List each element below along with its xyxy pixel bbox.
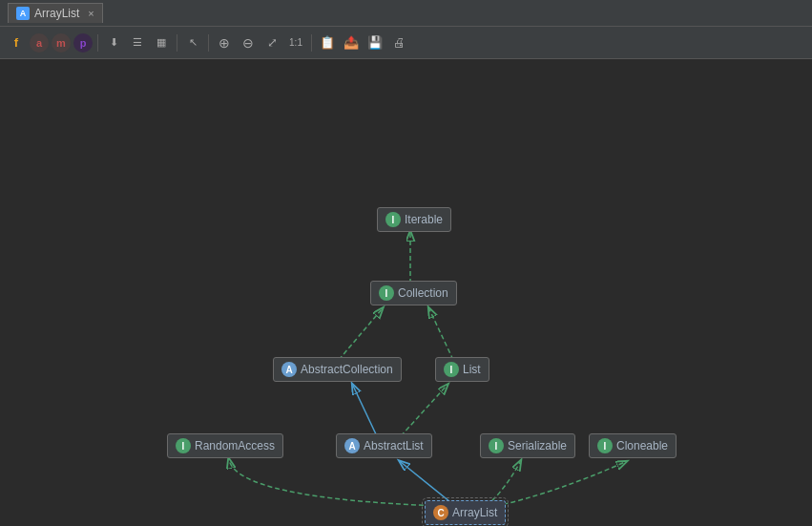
sep4 (311, 34, 312, 52)
abstractlist-node[interactable]: A AbstractList (336, 433, 432, 458)
svg-line-2 (429, 309, 453, 360)
f-btn[interactable]: f (6, 32, 27, 53)
list-badge: I (444, 362, 459, 377)
filter1-btn[interactable]: ⬇ (103, 32, 124, 53)
iterable-badge: I (385, 212, 401, 227)
zoom-in-btn[interactable]: ⊕ (214, 32, 235, 53)
export4-btn[interactable]: 🖨 (388, 32, 409, 53)
arraylist-label: ArrayList (452, 506, 497, 519)
export3-btn[interactable]: 💾 (364, 32, 385, 53)
a-btn[interactable]: a (30, 33, 49, 53)
export2-btn[interactable]: 📤 (341, 32, 362, 53)
randomaccess-node[interactable]: I RandomAccess (167, 433, 283, 458)
cloneable-label: Cloneable (616, 439, 668, 452)
iterable-node[interactable]: I Iterable (377, 207, 451, 232)
zoom-actual-btn[interactable]: 1:1 (285, 32, 306, 53)
abstractcollection-node[interactable]: A AbstractCollection (273, 357, 402, 382)
collection-label: Collection (398, 286, 448, 300)
serializable-badge: I (489, 438, 504, 453)
title-bar: A ArrayList × (0, 0, 812, 27)
svg-line-1 (339, 309, 382, 360)
tab-icon: A (16, 7, 30, 20)
svg-line-4 (401, 386, 447, 436)
abstractlist-label: AbstractList (364, 439, 424, 452)
sep3 (208, 34, 209, 52)
sep1 (97, 34, 98, 52)
collection-node[interactable]: I Collection (370, 281, 457, 305)
abstractlist-badge: A (344, 438, 360, 453)
randomaccess-badge: I (176, 438, 191, 453)
tab-title: ArrayList (34, 7, 79, 20)
randomaccess-label: RandomAccess (195, 439, 275, 452)
tab-close-button[interactable]: × (88, 8, 94, 19)
export1-btn[interactable]: 📋 (317, 32, 338, 53)
m-btn[interactable]: m (52, 33, 71, 53)
filter2-btn[interactable]: ☰ (127, 32, 148, 53)
arraylist-tab[interactable]: A ArrayList × (8, 3, 103, 23)
diagram-canvas: I Iterable I Collection A AbstractCollec… (0, 59, 812, 526)
cloneable-node[interactable]: I Cloneable (589, 433, 677, 458)
arraylist-node[interactable]: C ArrayList (425, 500, 506, 525)
cursor-btn[interactable]: ↖ (182, 32, 203, 53)
abstractcollection-label: AbstractCollection (301, 363, 393, 376)
p-btn[interactable]: p (73, 33, 93, 53)
cloneable-badge: I (597, 438, 613, 453)
abstractcollection-badge: A (281, 362, 297, 377)
list-node[interactable]: I List (435, 357, 489, 382)
zoom-out-btn[interactable]: ⊖ (238, 32, 259, 53)
serializable-node[interactable]: I Serializable (480, 433, 575, 458)
toolbar: f a m p ⬇ ☰ ▦ ↖ ⊕ ⊖ ⤢ 1:1 📋 📤 💾 🖨 (0, 27, 812, 59)
list-label: List (463, 363, 481, 376)
sep2 (177, 34, 177, 52)
collection-badge: I (379, 285, 394, 301)
serializable-label: Serializable (508, 439, 567, 452)
iterable-label: Iterable (405, 213, 443, 226)
arraylist-badge: C (433, 505, 448, 520)
svg-line-3 (353, 386, 377, 436)
grid-btn[interactable]: ▦ (151, 32, 172, 53)
fit-page-btn[interactable]: ⤢ (261, 32, 282, 53)
